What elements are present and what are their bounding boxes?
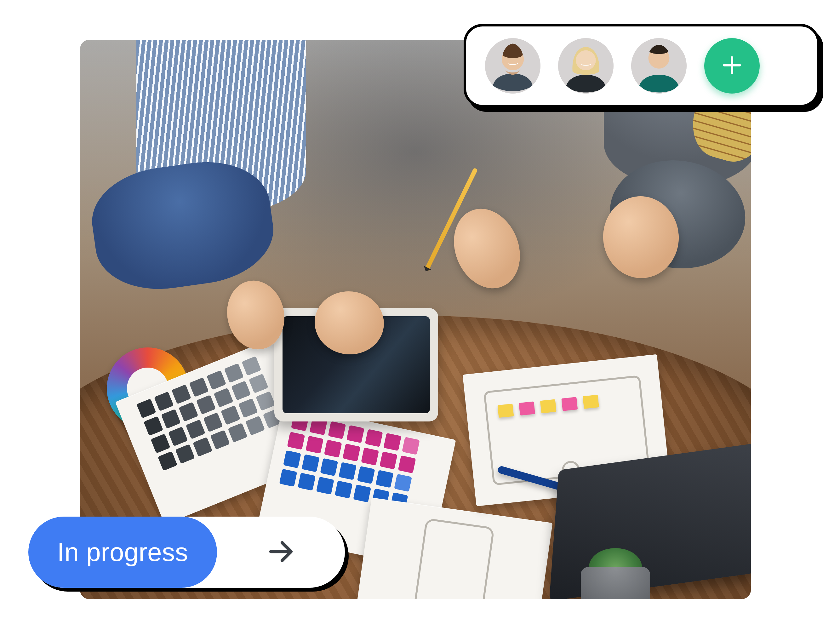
status-chip: In progress: [28, 516, 345, 588]
status-pill[interactable]: In progress: [28, 516, 217, 588]
svg-point-3: [576, 50, 595, 70]
collaborator-avatar[interactable]: [631, 38, 687, 93]
collaborator-avatar[interactable]: [485, 38, 540, 93]
collaborators-bar: [464, 24, 819, 107]
status-next-button[interactable]: [217, 537, 344, 568]
add-collaborator-button[interactable]: [704, 38, 760, 93]
collaborator-avatar[interactable]: [558, 38, 614, 93]
plus-icon: [720, 54, 744, 78]
arrow-right-icon: [266, 537, 296, 568]
status-label: In progress: [57, 537, 188, 567]
project-cover-photo: [80, 40, 751, 599]
